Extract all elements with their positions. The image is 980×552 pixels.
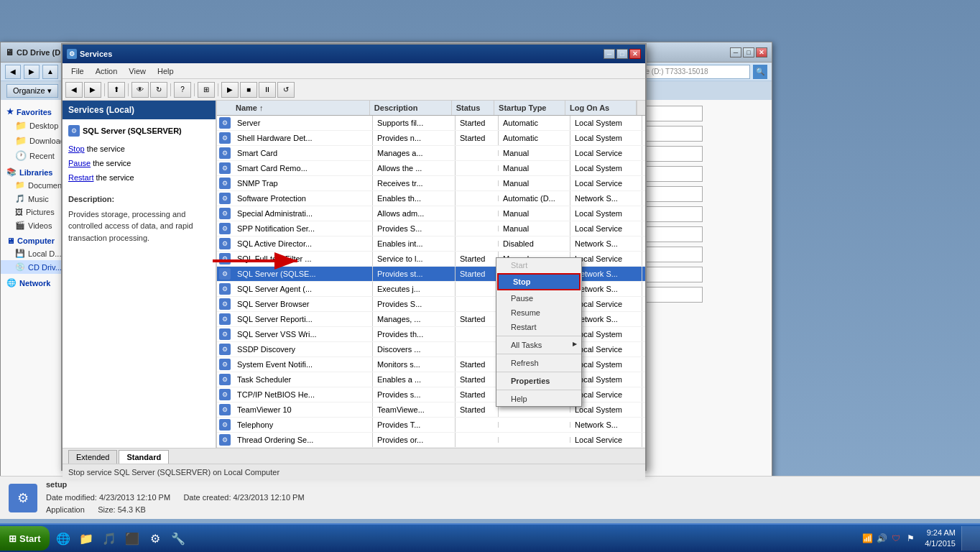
table-row[interactable]: Telephony Provides T... Network S... bbox=[217, 418, 645, 433]
col-header-startup[interactable]: Startup Type bbox=[494, 101, 565, 115]
table-row[interactable]: Smart Card Remo... Allows the ... Manual… bbox=[217, 161, 645, 176]
statusbar-text: Stop service SQL Server (SQLSERVER) on L… bbox=[68, 468, 279, 477]
tab-extended[interactable]: Extended bbox=[68, 450, 117, 464]
cm-properties[interactable]: Properties bbox=[496, 374, 581, 388]
menu-file[interactable]: File bbox=[65, 65, 90, 77]
service-status-cell: Started bbox=[456, 131, 499, 145]
service-icon-cell bbox=[217, 343, 233, 356]
cm-resume[interactable]: Resume bbox=[496, 305, 581, 320]
cm-sep-1 bbox=[496, 336, 581, 336]
table-row[interactable]: Smart Card Manages a... Manual Local Ser… bbox=[217, 146, 645, 161]
drive-icon: 💾 bbox=[15, 249, 25, 258]
toolbar-pause-btn[interactable]: ⏸ bbox=[259, 82, 276, 98]
service-icon bbox=[219, 359, 231, 370]
stop-action[interactable]: Stop the service bbox=[68, 142, 210, 157]
menu-action[interactable]: Action bbox=[90, 65, 124, 77]
cm-all-tasks[interactable]: All Tasks bbox=[496, 338, 581, 352]
pause-suffix: the service bbox=[93, 159, 131, 167]
table-row[interactable]: SQL Active Director... Enables int... Di… bbox=[217, 236, 645, 252]
show-desktop-btn[interactable] bbox=[961, 526, 980, 551]
pause-action[interactable]: Pause the service bbox=[68, 157, 210, 171]
services-menu-bar: File Action View Help bbox=[63, 63, 645, 79]
service-icon bbox=[219, 344, 231, 355]
cm-pause[interactable]: Pause bbox=[496, 291, 581, 305]
service-desc-cell: Allows adm... bbox=[373, 206, 456, 221]
service-status-cell: Started bbox=[456, 312, 499, 326]
service-startup-cell: Automatic (D... bbox=[499, 191, 570, 206]
service-icon-cell bbox=[217, 116, 233, 129]
toolbar-play-btn[interactable]: ▶ bbox=[221, 82, 239, 98]
cm-stop[interactable]: Stop bbox=[497, 273, 581, 290]
table-row[interactable]: Thread Ordering Se... Provides or... Loc… bbox=[217, 433, 645, 448]
taskbar-icon-cmd[interactable]: ⬛ bbox=[121, 528, 143, 548]
menu-view[interactable]: View bbox=[123, 65, 152, 77]
restart-link[interactable]: Restart bbox=[68, 173, 93, 182]
services-close-btn[interactable]: ✕ bbox=[629, 49, 641, 59]
cm-restart[interactable]: Restart bbox=[496, 320, 581, 334]
table-row[interactable]: SNMP Trap Receives tr... Manual Local Se… bbox=[217, 176, 645, 191]
services-maximize-btn[interactable]: □ bbox=[616, 49, 628, 59]
service-name-cell: Task Scheduler bbox=[233, 372, 373, 387]
service-name-cell: SQL Server Reporti... bbox=[233, 312, 373, 326]
organize-btn[interactable]: Organize ▾ bbox=[6, 84, 58, 98]
service-status-cell: Started bbox=[456, 357, 499, 372]
toolbar-show-hide-btn[interactable]: 👁 bbox=[131, 82, 149, 98]
cd-icon: 💿 bbox=[15, 262, 25, 272]
service-name-cell: SPP Notification Ser... bbox=[233, 221, 373, 236]
service-name-cell: SNMP Trap bbox=[233, 176, 373, 190]
pause-link[interactable]: Pause bbox=[68, 159, 91, 167]
taskbar-icon-explorer[interactable]: 📁 bbox=[75, 528, 97, 548]
services-title-bar: ⚙ Services ─ □ ✕ bbox=[63, 45, 645, 63]
tab-standard[interactable]: Standard bbox=[119, 450, 169, 464]
service-desc-cell: Monitors s... bbox=[373, 357, 456, 372]
service-icon bbox=[219, 178, 231, 189]
toolbar-help-btn[interactable]: ? bbox=[174, 82, 191, 98]
cm-help[interactable]: Help bbox=[496, 392, 581, 406]
table-row[interactable]: Server Supports fil... Started Automatic… bbox=[217, 116, 645, 131]
toolbar-back-btn[interactable]: ◀ bbox=[65, 82, 83, 98]
tray-area: 📶 🔊 🛡 ⚑ bbox=[859, 533, 919, 544]
table-row[interactable]: SPP Notification Ser... Provides S... Ma… bbox=[217, 221, 645, 236]
folder-icon: 📁 bbox=[15, 120, 27, 131]
back-btn[interactable]: ◀ bbox=[5, 65, 21, 79]
col-header-logon[interactable]: Log On As bbox=[565, 101, 637, 115]
table-row[interactable]: Software Protection Enables th... Automa… bbox=[217, 191, 645, 206]
stop-link[interactable]: Stop bbox=[68, 144, 85, 153]
cm-refresh[interactable]: Refresh bbox=[496, 356, 581, 370]
explorer-minimize-btn[interactable]: ─ bbox=[730, 47, 741, 58]
col-header-name[interactable]: Name ↑ bbox=[231, 101, 370, 115]
restart-action[interactable]: Restart the service bbox=[68, 171, 210, 185]
service-desc-cell: Enables a ... bbox=[373, 372, 456, 387]
service-desc-cell: Enables int... bbox=[373, 236, 456, 251]
col-header-status[interactable]: Status bbox=[452, 101, 494, 115]
service-icon bbox=[219, 147, 231, 159]
table-row[interactable]: Special Administrati... Allows adm... Ma… bbox=[217, 206, 645, 221]
service-icon-cell bbox=[217, 147, 233, 160]
up-btn[interactable]: ▲ bbox=[42, 65, 58, 79]
explorer-maximize-btn[interactable]: □ bbox=[743, 47, 754, 58]
start-button[interactable]: ⊞ Start bbox=[0, 526, 50, 551]
toolbar-restart-btn[interactable]: ↺ bbox=[277, 82, 295, 98]
toolbar-stop-btn[interactable]: ■ bbox=[240, 82, 257, 98]
search-go-btn[interactable]: 🔍 bbox=[753, 65, 767, 79]
taskbar-icon-media[interactable]: 🎵 bbox=[98, 528, 120, 548]
toolbar-console-btn[interactable]: ⊞ bbox=[198, 82, 215, 98]
service-status-cell bbox=[456, 437, 499, 443]
forward-btn[interactable]: ▶ bbox=[24, 65, 40, 79]
taskbar-icon-settings[interactable]: ⚙ bbox=[144, 528, 166, 548]
explorer-close-btn[interactable]: ✕ bbox=[756, 47, 767, 58]
toolbar-up-btn[interactable]: ⬆ bbox=[108, 82, 125, 98]
taskbar-icon-gear[interactable]: 🔧 bbox=[167, 528, 189, 548]
col-header-desc[interactable]: Description bbox=[370, 101, 452, 115]
menu-help[interactable]: Help bbox=[152, 65, 180, 77]
table-row[interactable]: Shell Hardware Det... Provides n... Star… bbox=[217, 131, 645, 146]
cm-start[interactable]: Start bbox=[496, 258, 581, 272]
toolbar-forward-btn[interactable]: ▶ bbox=[84, 82, 101, 98]
taskbar-icon-ie[interactable]: 🌐 bbox=[52, 528, 74, 548]
services-minimize-btn[interactable]: ─ bbox=[604, 49, 615, 59]
service-desc-cell: Executes j... bbox=[373, 282, 456, 296]
service-logon-cell: Network S... bbox=[570, 236, 642, 251]
taskbar-clock[interactable]: 9:24 AM 4/1/2015 bbox=[919, 528, 961, 550]
toolbar-refresh-btn[interactable]: ↻ bbox=[150, 82, 167, 98]
service-icon-cell bbox=[217, 298, 233, 310]
